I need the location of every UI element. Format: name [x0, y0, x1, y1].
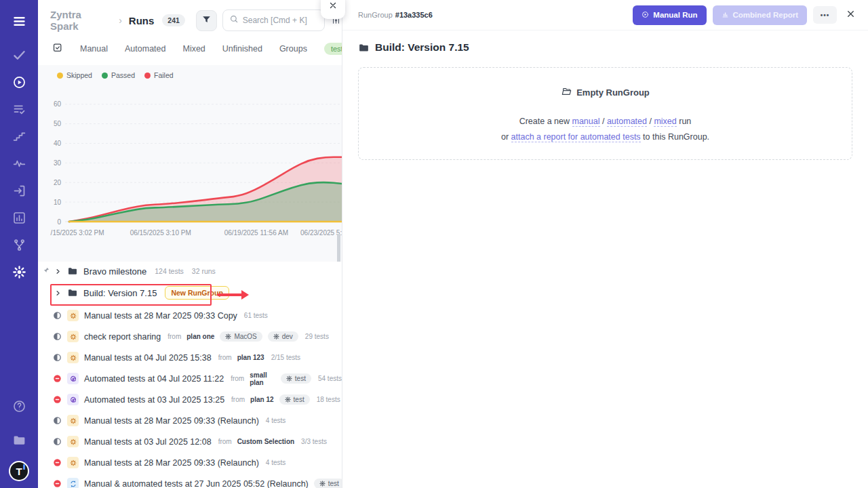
run-from-plan: Custom Selection [237, 438, 294, 445]
manual-run-button[interactable]: Manual Run [633, 5, 706, 25]
create-run-line: Create a new manual / automated / mixed … [519, 117, 692, 126]
create-mixed-run-link[interactable]: mixed [654, 117, 676, 127]
chevron-right-icon[interactable] [54, 268, 62, 275]
search-icon [229, 14, 239, 26]
gear-icon [285, 396, 291, 403]
run-title: Manual tests at 03 Jul 2025 12:08 [84, 437, 212, 447]
list-check-icon[interactable] [7, 98, 31, 121]
svg-text:06/23/2025 5:52 P: 06/23/2025 5:52 P [300, 229, 342, 237]
run-title: Manual tests at 28 Mar 2025 09:33 Copy [84, 311, 237, 321]
panel-close-button[interactable] [321, 0, 345, 19]
rungroup-name: Build: Version 7.15 [83, 288, 157, 298]
run-type-manual-icon [67, 436, 79, 447]
rungroup-id: #13a335c6 [395, 11, 433, 19]
run-type-manual-icon [67, 415, 79, 426]
run-title: Manual tests at 28 Mar 2025 09:33 (Relau… [84, 416, 259, 426]
projects-folder-icon[interactable] [7, 428, 31, 451]
more-actions-button[interactable]: ••• [813, 6, 837, 24]
run-title: Manual & automated tests at 27 Jun 2025 … [84, 479, 309, 488]
breadcrumb-project[interactable]: Zyntra Spark [50, 9, 112, 32]
run-row[interactable]: Manual tests at 28 Mar 2025 09:33 (Relau… [38, 410, 342, 431]
pulse-icon[interactable] [7, 152, 31, 175]
bar-chart-icon[interactable] [7, 206, 31, 229]
legend-skipped: Skipped [57, 71, 92, 79]
combined-report-button[interactable]: Combined Report [713, 5, 807, 25]
report-chart-icon [722, 11, 729, 20]
tab-groups[interactable]: Groups [279, 44, 307, 54]
svg-text:30: 30 [54, 159, 62, 167]
attach-report-link[interactable]: attach a report for automated tests [511, 132, 641, 142]
run-tag[interactable]: MacOS [220, 331, 262, 342]
run-tag[interactable]: test [281, 373, 311, 384]
close-icon [846, 9, 856, 22]
stairs-icon[interactable] [7, 125, 31, 148]
filter-button[interactable] [196, 10, 217, 31]
search-box[interactable] [222, 9, 325, 31]
svg-text:50: 50 [54, 120, 62, 127]
gear-icon[interactable] [7, 260, 31, 283]
app-logo-letter: T [16, 466, 22, 477]
svg-text:06/19/2025 11:56 AM: 06/19/2025 11:56 AM [224, 229, 288, 237]
run-from-plan: plan 123 [237, 354, 264, 361]
legend-dot [57, 73, 63, 79]
run-test-count: 4 tests [266, 417, 285, 424]
folder-open-icon [561, 86, 572, 99]
tab-mixed[interactable]: Mixed [182, 44, 205, 54]
menu-icon[interactable] [7, 9, 31, 33]
runs-count-badge: 241 [162, 14, 185, 26]
run-type-manual-icon [67, 331, 79, 342]
branch-icon[interactable] [7, 233, 31, 256]
run-test-count: 61 tests [244, 312, 268, 319]
status-inprogress-icon [53, 311, 62, 320]
rungroup-row[interactable]: Build: Version 7.15New RunGroup [38, 281, 342, 305]
create-manual-run-link[interactable]: manual [572, 117, 600, 127]
empty-rungroup-box: Empty RunGroup Create a new manual / aut… [358, 67, 852, 160]
legend-dot [102, 73, 108, 79]
run-row[interactable]: Automated tests at 04 Jul 2025 11:22from… [38, 368, 342, 389]
run-row[interactable]: Manual tests at 28 Mar 2025 09:33 Copy61… [38, 305, 342, 326]
chevron-right-icon[interactable] [54, 289, 62, 297]
rungroup-header: RunGroup #13a335c6 Manual Run Combined R… [342, 0, 868, 30]
rungroup-detail-panel: RunGroup #13a335c6 Manual Run Combined R… [342, 0, 868, 488]
svg-text:40: 40 [54, 140, 62, 147]
empty-headline-text: Empty RunGroup [576, 87, 650, 98]
run-test-count: 3/3 tests [301, 438, 327, 445]
run-row[interactable]: Manual & automated tests at 27 Jun 2025 … [38, 473, 342, 488]
tab-automated[interactable]: Automated [125, 44, 165, 54]
rungroup-row[interactable]: Bravo milestone124 tests32 runs [38, 262, 342, 281]
play-circle-icon[interactable] [7, 70, 31, 94]
tab-manual[interactable]: Manual [80, 44, 108, 54]
tab-unfinished[interactable]: Unfinished [222, 44, 262, 54]
status-stopped-icon [53, 395, 62, 404]
combined-report-label: Combined Report [733, 11, 798, 19]
sidebar-nav [7, 9, 31, 287]
detail-close-button[interactable] [846, 9, 856, 22]
run-tag[interactable]: test [279, 394, 310, 405]
sign-in-icon[interactable] [7, 179, 31, 202]
rungroup-meta: 124 tests [155, 267, 184, 275]
sidebar-bottom [7, 394, 31, 455]
run-row[interactable]: Manual tests at 04 Jul 2025 15:38frompla… [38, 347, 342, 368]
run-from-label: from [218, 438, 232, 445]
run-row[interactable]: check report sharingfromplan oneMacOSdev… [38, 326, 342, 347]
legend-passed: Passed [102, 71, 135, 79]
svg-text:60: 60 [54, 100, 62, 108]
select-all-button[interactable] [52, 42, 63, 56]
area-chart-svg: 0102030405060/15/2025 3:02 PM06/15/2025 … [38, 82, 342, 243]
rungroup-title: Build: Version 7.15 [375, 41, 469, 54]
run-tag[interactable]: test [314, 479, 344, 488]
status-inprogress-icon [53, 437, 62, 446]
run-title: check report sharing [84, 332, 161, 342]
run-row[interactable]: Manual tests at 28 Mar 2025 09:33 (Relau… [38, 452, 342, 473]
help-icon[interactable] [7, 394, 31, 418]
run-type-manual-icon [67, 310, 79, 321]
run-row[interactable]: Manual tests at 03 Jul 2025 12:08fromCus… [38, 431, 342, 452]
check-icon[interactable] [7, 43, 31, 66]
app-logo[interactable]: T [9, 461, 29, 481]
run-tag[interactable]: dev [268, 331, 298, 342]
search-input[interactable] [243, 16, 318, 25]
create-automated-run-link[interactable]: automated [607, 117, 647, 127]
rungroup-meta: 32 runs [192, 267, 216, 275]
svg-text:/15/2025 3:02 PM: /15/2025 3:02 PM [51, 229, 104, 237]
run-row[interactable]: Automated tests at 03 Jul 2025 13:25from… [38, 389, 342, 410]
